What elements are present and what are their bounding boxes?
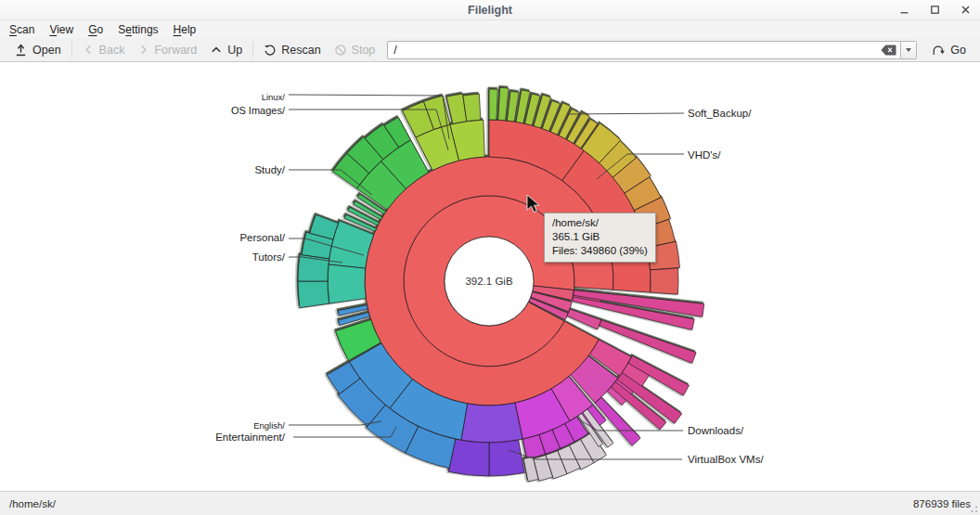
filelight-window: Filelight ScanViewGoSettingsHelp Open	[0, 0, 980, 515]
map-segment[interactable]	[298, 281, 329, 308]
stop-button[interactable]: Stop	[328, 42, 382, 58]
go-button[interactable]: Go	[924, 41, 973, 59]
center-size-label: 392.1 GiB	[465, 276, 512, 287]
menu-settings[interactable]: Settings	[110, 22, 165, 37]
path-dropdown-button[interactable]	[901, 41, 917, 59]
menu-go[interactable]: Go	[81, 22, 110, 37]
window-title: Filelight	[468, 4, 512, 17]
chevron-up-icon	[210, 44, 223, 56]
main-area: 392.1 GiBLinux/OS Images/Study/Personal/…	[0, 62, 980, 491]
menu-bar: ScanViewGoSettingsHelp	[0, 20, 980, 38]
map-segment[interactable]	[328, 264, 366, 303]
menu-view[interactable]: View	[42, 22, 81, 37]
window-controls	[898, 0, 971, 19]
mouse-cursor	[526, 195, 540, 214]
map-segment[interactable]	[498, 87, 509, 121]
title-bar: Filelight	[0, 0, 980, 20]
minimize-icon	[899, 5, 909, 15]
tooltip-size: 365.1 GiB	[552, 230, 648, 244]
path-input[interactable]	[393, 43, 877, 58]
close-button[interactable]	[960, 5, 971, 16]
status-bar: /home/sk/ 876939 files	[0, 491, 980, 515]
directory-label: Personal/	[239, 232, 285, 243]
menu-help[interactable]: Help	[166, 22, 204, 37]
chevron-right-icon	[137, 44, 149, 56]
maximize-icon	[930, 5, 940, 15]
maximize-button[interactable]	[929, 5, 940, 16]
directory-label: VHD's/	[688, 149, 721, 161]
label-leader-line	[568, 113, 684, 114]
map-segment[interactable]	[489, 89, 497, 120]
minimize-button[interactable]	[898, 5, 909, 16]
map-segment[interactable]	[651, 268, 678, 294]
tooltip-path: /home/sk/	[552, 216, 648, 230]
open-icon	[14, 43, 28, 57]
toolbar: Open Back Forward Up Rescan	[0, 38, 980, 62]
radial-map[interactable]: 392.1 GiBLinux/OS Images/Study/Personal/…	[0, 62, 980, 491]
tooltip-files: Files: 349860 (39%)	[552, 244, 648, 258]
status-path: /home/sk/	[9, 498, 56, 509]
directory-label: VirtualBox VMs/	[688, 454, 764, 465]
directory-label: OS Images/	[231, 105, 286, 116]
directory-label: Linux/	[262, 92, 286, 102]
rescan-icon	[264, 44, 277, 57]
back-button[interactable]: Back	[76, 42, 132, 58]
directory-label: Tutors/	[252, 251, 286, 263]
rescan-button[interactable]: Rescan	[257, 42, 327, 58]
status-file-count: 876939 files	[913, 498, 971, 509]
menu-scan[interactable]: Scan	[2, 22, 42, 37]
chevron-left-icon	[83, 44, 95, 56]
toolbar-separator	[71, 42, 72, 58]
up-button[interactable]: Up	[203, 42, 249, 58]
directory-label: English/	[253, 420, 285, 431]
resize-grip[interactable]	[967, 502, 978, 513]
directory-label: Entertainment/	[215, 431, 286, 443]
open-button[interactable]: Open	[7, 41, 68, 58]
toolbar-separator	[252, 42, 253, 58]
close-icon	[961, 5, 971, 15]
map-segment[interactable]	[489, 440, 524, 476]
forward-button[interactable]: Forward	[131, 42, 203, 58]
directory-label: Study/	[254, 164, 285, 175]
stop-icon	[334, 44, 347, 57]
directory-label: Soft_Backup/	[688, 108, 752, 119]
chevron-down-icon	[906, 48, 911, 52]
path-field	[387, 41, 901, 59]
go-icon	[931, 43, 946, 58]
clear-button[interactable]	[881, 45, 896, 56]
map-segment[interactable]	[463, 94, 481, 121]
path-bar	[387, 41, 917, 59]
directory-label: Downloads/	[688, 425, 744, 436]
tooltip: /home/sk/ 365.1 GiB Files: 349860 (39%)	[544, 212, 656, 263]
map-segment[interactable]	[461, 403, 522, 443]
clear-icon	[881, 45, 896, 56]
